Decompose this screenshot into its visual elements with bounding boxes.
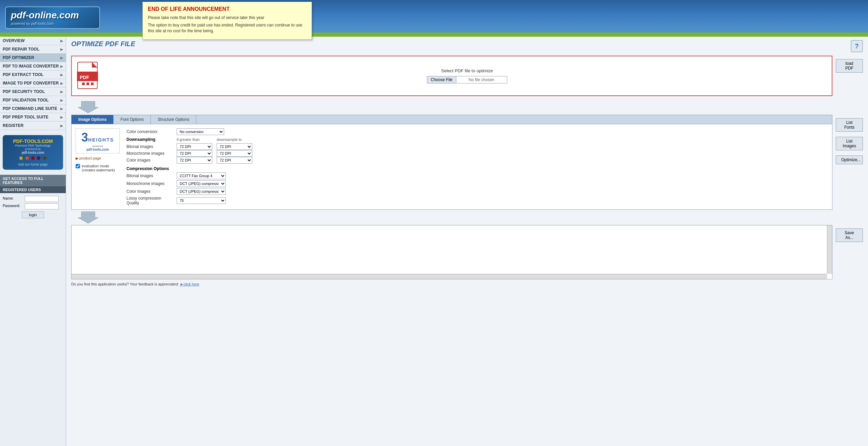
output-scrollbar-v[interactable]: [827, 225, 832, 274]
product-logo-area: 3HEIGHTS powered pdf-tools.com ▶ product…: [76, 128, 120, 205]
image-options-form: Color conversion: No conversion Convert …: [126, 128, 828, 205]
choose-file-button[interactable]: Choose File: [427, 76, 456, 83]
sidebar-item-pdf-validation[interactable]: PDF VALIDATION TOOL ▶: [0, 96, 66, 105]
green-bar: [0, 33, 868, 35]
announcement-line1: Please take note that this site will go …: [148, 15, 307, 21]
sidebar-item-pdf-security[interactable]: PDF SECURITY TOOL ▶: [0, 88, 66, 96]
sidebar-arrow: ▶: [60, 73, 63, 77]
eval-checkbox[interactable]: [76, 164, 80, 168]
sidebar-arrow: ▶: [60, 107, 63, 111]
sidebar-item-pdf-optimizer[interactable]: PDF OPTIMIZER ▶: [0, 54, 66, 62]
lossy-select[interactable]: 755090100: [177, 197, 226, 204]
sidebar-arrow: ▶: [60, 64, 63, 68]
list-fonts-button[interactable]: List Fonts: [836, 118, 863, 132]
output-scrollbar-h[interactable]: [72, 274, 827, 279]
bitonal-comp-label: Bitonal images: [126, 173, 174, 178]
options-tabs: Image Options Font Options Structure Opt…: [71, 115, 832, 124]
sidebar-arrow: ▶: [60, 90, 63, 94]
sidebar-item-register[interactable]: REGISTER ▶: [0, 122, 66, 130]
feedback-text: Do you find this application useful? You…: [71, 282, 863, 286]
svg-rect-6: [91, 82, 94, 85]
sidebar-item-pdf-repair[interactable]: PDF REPAIR TOOL ▶: [0, 45, 66, 54]
file-section: PDF Select PDF file to optimize Choose F…: [71, 56, 863, 99]
color-conversion-select[interactable]: No conversion Convert to grayscale Conve…: [177, 128, 224, 135]
mono-ds-select[interactable]: 72 DPI96 DPI150 DPI300 DPI: [217, 150, 252, 157]
sidebar-item-pdf-to-image[interactable]: PDF TO IMAGE CONVERTER ▶: [0, 62, 66, 71]
name-input[interactable]: [25, 196, 59, 202]
header: pdf-online.com powered by pdf-tools.com …: [0, 0, 868, 37]
sidebar: OVERVIEW ▶ PDF REPAIR TOOL ▶ PDF OPTIMIZ…: [0, 37, 66, 446]
color-ds-select[interactable]: 72 DPI96 DPI150 DPI300 DPI: [217, 157, 252, 164]
color-comp-select[interactable]: DCT (JPEG) compressionFlateNone: [177, 188, 226, 195]
color-conversion-label: Color conversion:: [126, 129, 174, 134]
sidebar-item-pdf-prep[interactable]: PDF PREP TOOL SUITE ▶: [0, 113, 66, 122]
heights-logo: 3HEIGHTS powered pdf-tools.com: [76, 128, 120, 153]
color-dots: [6, 156, 60, 161]
color-label: Color images: [126, 158, 174, 163]
output-main: [71, 225, 832, 279]
registered-section: REGISTERED USERS: [0, 186, 66, 193]
file-upload-area: PDF Select PDF file to optimize Choose F…: [71, 56, 832, 96]
announcement-title: END OF LIFE ANNOUNCEMENT: [148, 6, 307, 12]
color-if-select[interactable]: 72 DPI96 DPI150 DPI300 DPI: [177, 157, 212, 164]
announcement-popup: END OF LIFE ANNOUNCEMENT Please take not…: [142, 2, 312, 40]
mono-label: Monochrome images: [126, 151, 174, 156]
login-button[interactable]: login: [22, 211, 44, 218]
pdf-tools-logo[interactable]: PDF-TOOLS.COM Premium PDF Technology pow…: [3, 135, 63, 170]
downsampling-section: Downsampling if greater than downsample …: [126, 137, 828, 164]
tab-image-options[interactable]: Image Options: [72, 115, 114, 124]
mono-if-select[interactable]: 72 DPI96 DPI150 DPI300 DPI: [177, 150, 212, 157]
optimize-button[interactable]: Optimize...: [836, 155, 863, 164]
mono-comp-label: Monochrome images: [126, 181, 174, 186]
output-textarea[interactable]: [72, 225, 832, 279]
sidebar-arrow: ▶: [60, 81, 63, 85]
dot3: [31, 156, 35, 160]
page-title: OPTIMIZE PDF FILE: [71, 40, 135, 48]
file-section-main: PDF Select PDF file to optimize Choose F…: [71, 56, 832, 99]
file-input-row: Choose File No file chosen: [107, 76, 827, 83]
load-pdf-button[interactable]: load PDF: [836, 59, 863, 73]
feedback-link[interactable]: ►click here: [180, 282, 199, 286]
access-section: GET ACCESS TO FULL FEATURES: [0, 175, 66, 186]
arrow-down-2: [78, 211, 98, 223]
sidebar-item-pdf-extract[interactable]: PDF EXTRACT TOOL ▶: [0, 71, 66, 79]
password-input[interactable]: [25, 203, 59, 209]
tab-structure-options[interactable]: Structure Options: [151, 115, 196, 124]
color-conversion-row: Color conversion: No conversion Convert …: [126, 128, 828, 135]
tab-font-options[interactable]: Font Options: [114, 115, 151, 124]
color-comp-label: Color images: [126, 189, 174, 194]
save-button-area: Save As...: [836, 225, 863, 279]
dot1: [19, 156, 23, 160]
svg-rect-4: [82, 82, 85, 85]
sidebar-arrow: ▶: [60, 124, 63, 128]
mono-comp-select[interactable]: DCT (JPEG) compressionFlateNone: [177, 180, 226, 187]
svg-marker-7: [78, 101, 98, 113]
main-layout: OVERVIEW ▶ PDF REPAIR TOOL ▶ PDF OPTIMIZ…: [0, 37, 868, 446]
content-area: OPTIMIZE PDF FILE ? PDF: [66, 37, 868, 446]
logo: pdf-online.com powered by pdf-tools.com: [5, 6, 100, 29]
sidebar-arrow: ▶: [60, 48, 63, 51]
sidebar-item-pdf-command[interactable]: PDF COMMAND LINE SUITE ▶: [0, 105, 66, 113]
sidebar-item-image-to-pdf[interactable]: IMAGE TO PDF CONVERTER ▶: [0, 79, 66, 88]
arrow-down-1: [78, 101, 98, 113]
options-content: 3HEIGHTS powered pdf-tools.com ▶ product…: [71, 124, 832, 210]
bitonal-ds-select[interactable]: 72 DPI96 DPI150 DPI300 DPI: [217, 143, 252, 150]
lossy-label: Lossy compression Quality: [126, 196, 174, 205]
save-as-button[interactable]: Save As...: [836, 228, 863, 242]
compression-section: Compression Options Bitonal images CCITT…: [126, 166, 828, 205]
sidebar-item-overview[interactable]: OVERVIEW ▶: [0, 37, 66, 45]
sidebar-arrow: ▶: [60, 98, 63, 102]
options-main: Image Options Font Options Structure Opt…: [71, 115, 832, 210]
name-row: Name:: [3, 196, 63, 202]
login-form: Name: Password: login: [0, 193, 66, 223]
product-page-link[interactable]: ▶ product page: [76, 156, 120, 161]
svg-text:PDF: PDF: [80, 75, 89, 80]
sidebar-arrow: ▶: [60, 115, 63, 119]
password-row: Password:: [3, 203, 63, 209]
bitonal-if-select[interactable]: 72 DPI96 DPI150 DPI300 DPI: [177, 143, 212, 150]
help-button[interactable]: ?: [851, 40, 863, 52]
announcement-line2: The option to buy credit for paid use ha…: [148, 22, 307, 34]
select-file-label: Select PDF file to optimize: [107, 68, 827, 73]
list-images-button[interactable]: List Images: [836, 137, 863, 150]
bitonal-comp-select[interactable]: CCITT Fax Group 4JBIG2Flate: [177, 172, 226, 179]
